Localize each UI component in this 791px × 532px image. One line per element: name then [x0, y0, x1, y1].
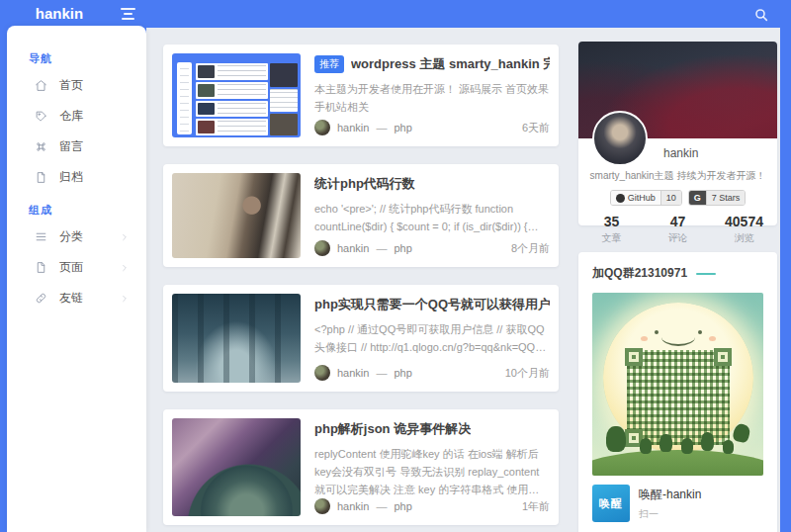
sidebar-item-links[interactable]: 友链: [7, 283, 146, 313]
stars-badge[interactable]: G 7 Stars: [688, 190, 747, 206]
post-excerpt: echo '<pre>'; // 统计php代码行数 function coun…: [314, 200, 550, 235]
github-badge[interactable]: GitHub 10: [610, 190, 682, 206]
meta-separator: —: [376, 242, 387, 254]
author-name[interactable]: hankin: [337, 242, 369, 254]
nav-section-label: 导航: [7, 51, 146, 70]
nav-section-label: 组成: [7, 203, 146, 222]
author-avatar: [314, 120, 330, 135]
author-name[interactable]: hankin: [337, 367, 369, 379]
sidebar-item-label: 留言: [59, 138, 83, 155]
post-time: 1年前: [522, 499, 550, 514]
recommended-badge: 推荐: [314, 55, 344, 73]
post-card[interactable]: php实现只需要一个QQ号就可以获得用户信息 <?php // 通过QQ号即可获…: [163, 285, 559, 392]
author-avatar: [314, 365, 330, 381]
page-file-icon: [35, 261, 47, 274]
archive-file-icon: [35, 171, 47, 184]
sidebar-item-archive[interactable]: 归档: [7, 162, 146, 193]
sidebar-item-label: 分类: [59, 228, 83, 245]
post-category[interactable]: php: [394, 367, 411, 379]
stat-articles: 35 文章: [578, 214, 645, 245]
author-avatar: [314, 498, 330, 514]
album-art[interactable]: 唤醒: [592, 485, 630, 522]
meta-separator: —: [376, 367, 387, 379]
author-avatar: [314, 240, 330, 256]
hill-illustration: [592, 450, 763, 476]
sidebar-item-label: 首页: [59, 77, 83, 94]
link-icon: [35, 292, 47, 305]
post-card[interactable]: 统计php代码行数 echo '<pre>'; // 统计php代码行数 fun…: [163, 164, 559, 267]
post-category[interactable]: php: [394, 500, 411, 512]
post-title[interactable]: 统计php代码行数: [314, 175, 415, 193]
stat-views: 40574 浏览: [711, 214, 777, 245]
sidebar-item-comments[interactable]: 留言: [7, 132, 146, 162]
category-lines-icon: [35, 230, 47, 243]
sidebar-item-label: 友链: [59, 290, 83, 307]
post-time: 8个月前: [511, 241, 550, 256]
sidebar-item-label: 仓库: [59, 108, 83, 125]
sidebar-item-pages[interactable]: 页面: [7, 252, 146, 283]
command-icon: [35, 140, 47, 153]
profile-bio: smarty_hankin主题 持续为开发者开源！: [578, 169, 777, 183]
site-title[interactable]: hankin: [0, 0, 119, 28]
qq-group-title: 加QQ群21310971: [592, 265, 687, 282]
post-card[interactable]: 推荐 wordpress 主题 smarty_hankin 完全开源 本主题为开…: [163, 44, 559, 146]
blog-page: hankin 导航 首页 仓库 留言 归档 组成: [0, 0, 791, 532]
chevron-right-icon: [121, 264, 129, 272]
post-excerpt: 本主题为开发者使用在开源！ 源码展示 首页效果 手机站相关: [314, 80, 550, 116]
sidebar-item-home[interactable]: 首页: [7, 70, 146, 101]
search-icon[interactable]: [753, 7, 769, 23]
post-time: 10个月前: [505, 366, 550, 381]
post-category[interactable]: php: [394, 242, 411, 254]
post-title[interactable]: php实现只需要一个QQ号就可以获得用户信息: [314, 296, 550, 313]
post-excerpt: replyContent 使用驼峰key 的话 在ios端 解析后 key会没有…: [314, 445, 550, 498]
nav-sidebar: 导航 首页 仓库 留言 归档 组成 分类 页面: [7, 26, 146, 532]
home-icon: [35, 79, 47, 92]
post-card[interactable]: php解析json 诡异事件解决 replyContent 使用驼峰key 的话…: [163, 409, 559, 525]
profile-name: hankin: [663, 146, 777, 160]
music-player[interactable]: 唤醒 唤醒-hankin 扫一: [592, 485, 763, 522]
post-thumbnail-blog-screenshot[interactable]: [172, 53, 301, 137]
top-bar: hankin: [0, 0, 791, 28]
post-title[interactable]: php解析json 诡异事件解决: [314, 420, 471, 438]
qq-group-card: 加QQ群21310971 唤: [578, 252, 777, 532]
badge-value: 10: [660, 191, 681, 205]
post-title[interactable]: wordpress 主题 smarty_hankin 完全开源: [351, 55, 550, 73]
post-excerpt: <?php // 通过QQ号即可获取用户信息 // 获取QQ头像接口 // ht…: [314, 320, 550, 356]
title-dash-accent: [696, 273, 716, 275]
profile-avatar: [592, 111, 648, 166]
post-thumbnail-photo[interactable]: [172, 294, 301, 383]
song-subtitle: 扫一: [639, 507, 701, 521]
badge-value: 7 Stars: [706, 191, 746, 205]
sidebar-item-label: 页面: [59, 259, 83, 276]
widget-column: hankin smarty_hankin主题 持续为开发者开源！ GitHub …: [578, 42, 777, 532]
post-thumbnail-photo[interactable]: [172, 418, 301, 516]
github-octocat-icon: [616, 194, 625, 203]
meta-separator: —: [376, 500, 387, 512]
main-content: 推荐 wordpress 主题 smarty_hankin 完全开源 本主题为开…: [146, 28, 780, 532]
sidebar-item-repository[interactable]: 仓库: [7, 101, 146, 132]
post-list: 推荐 wordpress 主题 smarty_hankin 完全开源 本主题为开…: [163, 44, 559, 525]
meta-separator: —: [376, 122, 387, 133]
badge-label: G: [689, 191, 706, 205]
song-title: 唤醒-hankin: [639, 487, 701, 503]
profile-stats: 35 文章 47 评论 40574 浏览: [578, 214, 777, 245]
stat-comments: 47 评论: [645, 214, 711, 245]
sidebar-item-label: 归档: [59, 169, 83, 186]
post-thumbnail-photo[interactable]: [172, 173, 301, 258]
post-time: 6天前: [522, 121, 550, 135]
sidebar-item-categories[interactable]: 分类: [7, 222, 146, 252]
post-category[interactable]: php: [394, 122, 411, 133]
chevron-right-icon: [121, 295, 129, 303]
profile-card: hankin smarty_hankin主题 持续为开发者开源！ GitHub …: [578, 42, 777, 225]
qr-code: [627, 350, 730, 445]
repo-tag-icon: [35, 110, 47, 123]
author-name[interactable]: hankin: [337, 122, 369, 133]
author-name[interactable]: hankin: [337, 500, 369, 512]
chevron-right-icon: [121, 233, 129, 241]
badge-label: GitHub: [628, 191, 656, 205]
menu-icon[interactable]: [121, 8, 137, 21]
qq-qr-code-image: [592, 293, 763, 476]
